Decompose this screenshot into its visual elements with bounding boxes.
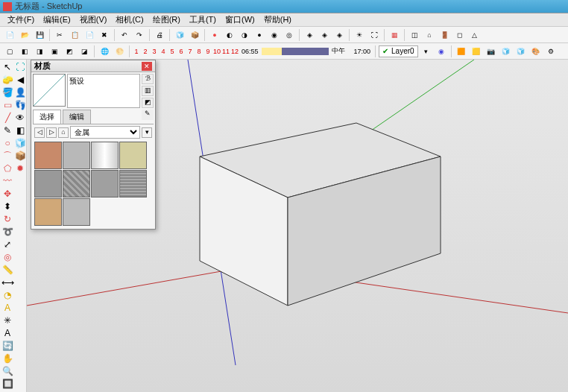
- plugin1-icon[interactable]: 🧊: [14, 137, 26, 149]
- component-icon[interactable]: 🧊: [173, 28, 186, 42]
- door-icon[interactable]: 🚪: [438, 28, 451, 42]
- details-icon[interactable]: ▾: [142, 127, 152, 138]
- shaded-icon[interactable]: ◨: [33, 45, 46, 58]
- group-icon[interactable]: 📦: [188, 28, 201, 42]
- layer-dropdown[interactable]: ✔ Layer0: [379, 45, 418, 57]
- material-category-select[interactable]: 金属: [70, 126, 140, 139]
- text-tool-icon[interactable]: A: [1, 302, 13, 314]
- xray-icon[interactable]: ◩: [63, 45, 76, 58]
- viewport[interactable]: 材质 ✕ 预设 ℬ ▥ ◩ 选择 编辑 ✎: [27, 60, 568, 392]
- style1-icon[interactable]: 🌐: [98, 45, 111, 58]
- home-icon[interactable]: ⌂: [423, 28, 436, 42]
- material-swatch-8[interactable]: [34, 198, 62, 226]
- circle-tool-icon[interactable]: ○: [1, 137, 13, 149]
- material-swatch-2[interactable]: [91, 142, 119, 169]
- nav-back-icon[interactable]: ◁: [34, 127, 45, 138]
- zoomwindow-tool-icon[interactable]: 🔲: [1, 378, 13, 390]
- material-name-input[interactable]: 预设: [67, 74, 140, 108]
- paint-tool-icon[interactable]: 🪣: [1, 86, 13, 98]
- menu-window[interactable]: 窗口(W): [221, 14, 259, 25]
- select-tool-icon[interactable]: ↖: [1, 61, 13, 73]
- material-swatch-7[interactable]: [119, 170, 147, 197]
- scene-3[interactable]: 3: [151, 48, 158, 55]
- 3dtext-tool-icon[interactable]: A: [1, 327, 13, 339]
- view3-icon[interactable]: ◈: [332, 28, 346, 42]
- layer-manage-icon[interactable]: ◉: [435, 45, 448, 58]
- menu-tools[interactable]: 工具(T): [185, 14, 221, 25]
- scale-tool-icon[interactable]: ⤢: [1, 238, 13, 250]
- layer-arrow-icon[interactable]: ▾: [420, 45, 433, 58]
- zoomextents-tool-icon[interactable]: ⛶: [14, 61, 26, 73]
- scene-4[interactable]: 4: [160, 48, 167, 55]
- material-swatch-6[interactable]: [91, 170, 119, 197]
- shadow2-icon[interactable]: ◐: [223, 28, 236, 42]
- wireframe-icon[interactable]: ▢: [3, 45, 16, 58]
- style2-icon[interactable]: 🌕: [113, 45, 126, 58]
- hidden-icon[interactable]: ◧: [18, 45, 31, 58]
- print-icon[interactable]: 🖨: [153, 28, 166, 42]
- cut-icon[interactable]: ✂: [53, 28, 66, 42]
- monochrome-icon[interactable]: ◪: [78, 45, 91, 58]
- render6-icon[interactable]: 🎨: [529, 45, 543, 58]
- render4-icon[interactable]: 🧊: [499, 45, 513, 58]
- material-swatch-4[interactable]: [34, 170, 62, 197]
- scene-8[interactable]: 8: [195, 48, 203, 55]
- plugin2-icon[interactable]: 📦: [14, 150, 26, 162]
- arc-tool-icon[interactable]: ⌒: [1, 150, 13, 162]
- offset-tool-icon[interactable]: ◎: [1, 251, 13, 263]
- scene-9[interactable]: 9: [204, 48, 212, 55]
- shadow3-icon[interactable]: ◑: [238, 28, 251, 42]
- scene-5[interactable]: 5: [168, 48, 176, 55]
- display-icon[interactable]: ℬ: [142, 74, 154, 84]
- delete-icon[interactable]: ✖: [98, 28, 111, 42]
- prev-tool-icon[interactable]: ◀: [14, 74, 26, 86]
- nav-home-icon[interactable]: ⌂: [58, 127, 69, 138]
- position-tool-icon[interactable]: 👤: [14, 86, 26, 98]
- section-tool-icon[interactable]: ◧: [14, 124, 26, 136]
- freehand-tool-icon[interactable]: 〰: [1, 175, 13, 187]
- menu-edit[interactable]: 编辑(E): [39, 14, 75, 25]
- shadow4-icon[interactable]: ●: [253, 28, 266, 42]
- window-icon[interactable]: ◻: [452, 28, 466, 42]
- zoom-tool-icon[interactable]: 🔍: [1, 365, 13, 377]
- pushpull-tool-icon[interactable]: ⬍: [1, 200, 13, 212]
- rect-tool-icon[interactable]: ▭: [1, 99, 13, 111]
- tab-select[interactable]: 选择: [33, 110, 61, 124]
- material-swatch-5[interactable]: [63, 170, 90, 197]
- tab-edit[interactable]: 编辑: [63, 110, 91, 124]
- nav-fwd-icon[interactable]: ▷: [46, 127, 57, 138]
- default-icon[interactable]: ◩: [142, 98, 154, 108]
- material-swatch-0[interactable]: [34, 142, 62, 169]
- scene-7[interactable]: 7: [186, 48, 194, 55]
- scene-11[interactable]: 11: [222, 48, 230, 55]
- render3-icon[interactable]: 📷: [485, 45, 498, 58]
- eyedropper-icon[interactable]: ✎: [142, 110, 154, 120]
- erase-tool-icon[interactable]: 🧽: [1, 74, 13, 86]
- scene-2[interactable]: 2: [142, 48, 149, 55]
- material-swatch-9[interactable]: [63, 198, 90, 226]
- scene-6[interactable]: 6: [177, 48, 185, 55]
- menu-file[interactable]: 文件(F): [3, 14, 39, 25]
- shadow6-icon[interactable]: ◎: [283, 28, 296, 42]
- maximize-icon[interactable]: ⛶: [367, 28, 381, 42]
- render5-icon[interactable]: 🧊: [514, 45, 528, 58]
- rotate-tool-icon[interactable]: ↻: [1, 213, 13, 225]
- scene-10[interactable]: 10: [213, 48, 221, 55]
- close-icon[interactable]: ✕: [142, 62, 152, 71]
- orbit-tool-icon[interactable]: 🔄: [1, 340, 13, 352]
- menu-draw[interactable]: 绘图(R): [148, 14, 185, 25]
- palette-icon[interactable]: ▦: [388, 28, 401, 42]
- open-icon[interactable]: 📂: [18, 28, 31, 42]
- scene-1[interactable]: 1: [133, 48, 140, 55]
- render2-icon[interactable]: 🟨: [470, 45, 483, 58]
- new-icon[interactable]: 📄: [3, 28, 16, 42]
- walk-tool-icon[interactable]: 👣: [14, 99, 26, 111]
- menu-help[interactable]: 帮助(H): [259, 14, 296, 25]
- save-icon[interactable]: 💾: [33, 28, 46, 42]
- polygon-tool-icon[interactable]: ⬠: [1, 162, 13, 174]
- undo-icon[interactable]: ↶: [118, 28, 131, 42]
- shadow1-icon[interactable]: ●: [208, 28, 221, 42]
- material-swatch-3[interactable]: [119, 142, 147, 169]
- axes-tool-icon[interactable]: ✳: [1, 314, 13, 326]
- create-icon[interactable]: ▥: [142, 86, 154, 96]
